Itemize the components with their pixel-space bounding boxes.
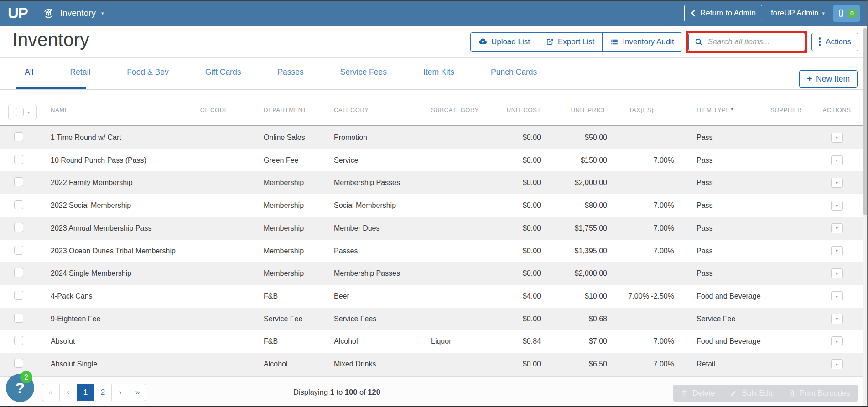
bulk-edit-button[interactable]: Bulk Edit bbox=[722, 385, 780, 402]
item-name: 10 Round Punch Pass (Pass) bbox=[37, 156, 192, 165]
foreup-logo: UP bbox=[8, 5, 28, 22]
item-type: Food and Beverage bbox=[674, 292, 762, 300]
pagination-page-1[interactable]: 1 bbox=[77, 384, 94, 401]
displaying-from: 1 bbox=[330, 388, 334, 396]
footer-bar: ? 2 «‹12›» Displaying 1 to 100 of 120 De… bbox=[0, 376, 867, 406]
pagination-prev[interactable]: ‹ bbox=[59, 384, 77, 401]
item-category: Mixed Drinks bbox=[334, 360, 431, 368]
row-checkbox[interactable] bbox=[14, 291, 23, 300]
pagination-next[interactable]: › bbox=[111, 384, 129, 401]
item-taxes: 7.00% bbox=[607, 247, 674, 255]
row-checkbox[interactable] bbox=[14, 177, 23, 186]
tab-punch-cards[interactable]: Punch Cards bbox=[491, 67, 537, 77]
tab-food-bev[interactable]: Food & Bev bbox=[127, 67, 168, 77]
mobile-device-button[interactable]: 0 bbox=[833, 5, 860, 22]
header-toolbar: Upload List Export List Inventory Audit bbox=[470, 26, 858, 58]
row-checkbox[interactable] bbox=[14, 336, 23, 345]
actions-button[interactable]: Actions bbox=[811, 33, 858, 51]
table-row: 10 Round Punch Pass (Pass)Green FeeServi… bbox=[0, 149, 863, 172]
column-header-category: CATEGORY bbox=[334, 107, 431, 113]
table-row: 2023 Annual Membership PassMembershipMem… bbox=[0, 217, 863, 240]
item-type: Food and Beverage bbox=[674, 337, 762, 345]
vertical-scrollbar[interactable] bbox=[863, 26, 867, 406]
row-checkbox[interactable] bbox=[14, 246, 23, 255]
row-actions-dropdown[interactable]: ▾ bbox=[831, 359, 843, 369]
tab-all[interactable]: All bbox=[25, 67, 33, 77]
tab-retail[interactable]: Retail bbox=[70, 67, 90, 77]
row-actions-dropdown[interactable]: ▾ bbox=[831, 201, 843, 211]
device-count-badge: 0 bbox=[847, 9, 857, 18]
pagination-first[interactable]: « bbox=[42, 384, 59, 401]
row-checkbox[interactable] bbox=[14, 268, 23, 277]
tab-service-fees[interactable]: Service Fees bbox=[340, 67, 387, 77]
item-unit-cost: $0.00 bbox=[495, 201, 541, 210]
row-actions-dropdown[interactable]: ▾ bbox=[831, 314, 843, 324]
item-unit-price: $1,395.00 bbox=[541, 247, 607, 255]
row-actions-dropdown[interactable]: ▾ bbox=[831, 223, 843, 233]
tab-item-kits[interactable]: Item Kits bbox=[423, 67, 454, 77]
row-actions-dropdown[interactable]: ▾ bbox=[831, 336, 843, 346]
top-navigation-bar: UP Inventory ▾ Return to Admin foreUP Ad… bbox=[0, 1, 867, 26]
item-department: Membership bbox=[229, 247, 334, 255]
row-actions-dropdown[interactable]: ▾ bbox=[831, 246, 843, 256]
pagination-page-2[interactable]: 2 bbox=[94, 384, 111, 401]
displaying-to: 100 bbox=[345, 388, 358, 396]
item-department: F&B bbox=[229, 292, 334, 300]
column-header-name: NAME bbox=[37, 107, 192, 113]
item-type: Pass bbox=[674, 269, 762, 278]
item-category: Member Dues bbox=[334, 224, 431, 232]
row-checkbox[interactable] bbox=[14, 132, 23, 141]
tab-gift-cards[interactable]: Gift Cards bbox=[205, 67, 241, 77]
item-category: Service Fees bbox=[334, 315, 431, 323]
document-icon bbox=[788, 389, 795, 397]
item-name: 1 Time Round w/ Cart bbox=[37, 134, 192, 142]
row-checkbox[interactable] bbox=[14, 314, 23, 323]
item-unit-cost: $0.00 bbox=[495, 247, 541, 255]
item-unit-cost: $0.00 bbox=[495, 269, 541, 278]
search-input[interactable]: Search all items... bbox=[688, 33, 805, 51]
row-actions-dropdown[interactable]: ▾ bbox=[831, 155, 843, 165]
row-actions-dropdown[interactable]: ▾ bbox=[831, 178, 843, 188]
row-checkbox[interactable] bbox=[14, 223, 23, 232]
trash-icon bbox=[681, 389, 688, 397]
item-unit-price: $2,000.00 bbox=[541, 179, 607, 187]
column-header-gl-code: GL CODE bbox=[192, 107, 229, 113]
item-unit-cost: $0.00 bbox=[495, 360, 541, 368]
phone-icon bbox=[837, 8, 846, 18]
item-type: Service Fee bbox=[674, 315, 762, 323]
required-asterisk: * bbox=[731, 107, 734, 113]
export-list-button[interactable]: Export List bbox=[538, 33, 602, 51]
return-to-admin-button[interactable]: Return to Admin bbox=[684, 5, 762, 21]
row-actions-dropdown[interactable]: ▾ bbox=[831, 268, 843, 278]
row-checkbox[interactable] bbox=[14, 200, 23, 209]
inventory-audit-button[interactable]: Inventory Audit bbox=[602, 33, 681, 51]
pagination-last[interactable]: » bbox=[129, 384, 146, 401]
user-menu[interactable]: foreUP Admin ▾ bbox=[771, 9, 825, 18]
item-category: Beer bbox=[334, 292, 431, 300]
item-department: Membership bbox=[229, 201, 334, 210]
chevron-left-icon bbox=[691, 10, 696, 17]
displaying-status: Displaying 1 to 100 of 120 bbox=[293, 388, 380, 397]
item-type: Pass bbox=[674, 201, 762, 210]
item-unit-cost: $0.00 bbox=[495, 179, 541, 187]
print-barcodes-button[interactable]: Print Barcodes bbox=[780, 385, 858, 402]
module-selector[interactable]: Inventory ▾ bbox=[42, 7, 104, 20]
item-taxes: 7.00% bbox=[607, 360, 674, 368]
column-headers: NAME GL CODE DEPARTMENT CATEGORY SUBCATE… bbox=[0, 107, 863, 113]
delete-button[interactable]: Delete bbox=[673, 385, 722, 402]
tabs: AllRetailFood & BevGift CardsPassesServi… bbox=[25, 58, 537, 87]
tab-passes[interactable]: Passes bbox=[277, 67, 303, 77]
row-actions-dropdown[interactable]: ▾ bbox=[831, 133, 843, 143]
table-header: ▾ NAME GL CODE DEPARTMENT CATEGORY SUBCA… bbox=[0, 90, 863, 125]
item-unit-cost: $4.00 bbox=[495, 292, 541, 300]
new-item-button[interactable]: + New Item bbox=[799, 70, 858, 88]
row-actions-dropdown[interactable]: ▾ bbox=[831, 291, 843, 301]
column-header-subcategory: SUBCATEGORY bbox=[431, 107, 495, 113]
row-checkbox[interactable] bbox=[14, 359, 23, 368]
active-tab-underline bbox=[16, 87, 86, 89]
scrollbar-thumb[interactable] bbox=[863, 28, 867, 215]
export-icon bbox=[546, 38, 554, 46]
item-unit-cost: $0.00 bbox=[495, 224, 541, 232]
row-checkbox[interactable] bbox=[14, 155, 23, 164]
upload-list-button[interactable]: Upload List bbox=[471, 33, 538, 51]
